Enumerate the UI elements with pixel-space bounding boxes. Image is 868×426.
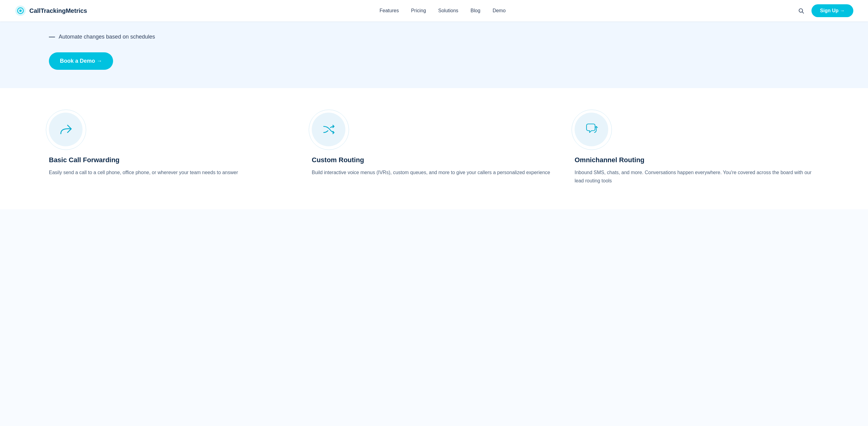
nav-solutions[interactable]: Solutions [438, 8, 459, 13]
feature-icon-forwarding-wrap [49, 113, 83, 146]
feature-icon-omnichannel-wrap [575, 113, 608, 146]
features-grid: Basic Call Forwarding Easily send a call… [49, 113, 819, 185]
feature-card-routing: Custom Routing Build interactive voice m… [312, 113, 556, 185]
svg-point-2 [19, 9, 22, 12]
automate-line: Automate changes based on schedules [49, 34, 819, 40]
logo-icon [15, 5, 26, 17]
dash-divider [49, 37, 55, 37]
omnichannel-icon [584, 122, 599, 137]
search-button[interactable] [798, 8, 804, 14]
svg-point-3 [799, 8, 803, 12]
shuffle-icon [321, 122, 336, 137]
feature-desc-routing: Build interactive voice menus (IVRs), cu… [312, 168, 550, 177]
feature-title-omnichannel: Omnichannel Routing [575, 156, 645, 164]
feature-title-forwarding: Basic Call Forwarding [49, 156, 120, 164]
nav-pricing[interactable]: Pricing [411, 8, 426, 13]
nav-features[interactable]: Features [380, 8, 399, 13]
top-section: Automate changes based on schedules Book… [0, 22, 868, 88]
automate-text: Automate changes based on schedules [59, 34, 155, 40]
book-demo-button[interactable]: Book a Demo → [49, 52, 113, 70]
nav-right: Sign Up → [798, 4, 853, 17]
feature-card-omnichannel: Omnichannel Routing Inbound SMS, chats, … [575, 113, 819, 185]
logo-link[interactable]: CallTrackingMetrics [15, 5, 87, 17]
nav-demo[interactable]: Demo [493, 8, 506, 13]
feature-icon-routing-wrap [312, 113, 345, 146]
search-icon [798, 8, 804, 14]
feature-card-forwarding: Basic Call Forwarding Easily send a call… [49, 113, 293, 185]
features-section: Basic Call Forwarding Easily send a call… [0, 88, 868, 209]
feature-desc-omnichannel: Inbound SMS, chats, and more. Conversati… [575, 168, 819, 185]
forward-icon [58, 122, 73, 137]
main-content: Automate changes based on schedules Book… [0, 0, 868, 209]
feature-title-routing: Custom Routing [312, 156, 364, 164]
signup-button[interactable]: Sign Up → [811, 4, 853, 17]
nav-links: Features Pricing Solutions Blog Demo [380, 8, 506, 13]
navbar: CallTrackingMetrics Features Pricing Sol… [0, 0, 868, 22]
logo-text: CallTrackingMetrics [29, 7, 87, 15]
feature-desc-forwarding: Easily send a call to a cell phone, offi… [49, 168, 238, 177]
nav-blog[interactable]: Blog [471, 8, 480, 13]
svg-line-4 [802, 12, 804, 13]
